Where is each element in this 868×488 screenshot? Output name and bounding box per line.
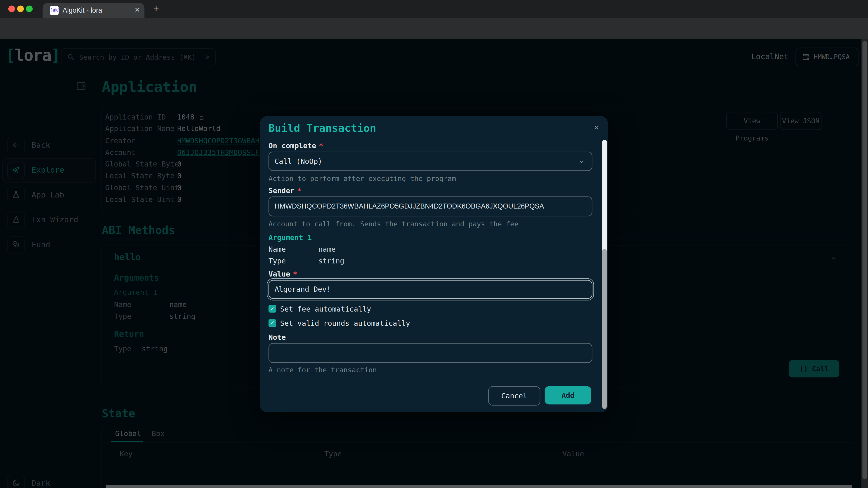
modal-scrollbar-thumb[interactable] (602, 249, 607, 409)
new-tab-button[interactable]: + (149, 2, 163, 15)
page-scrollbar-thumb[interactable] (863, 41, 867, 479)
sender-label: Sender* (269, 186, 302, 195)
checkbox-checked-icon: ✓ (269, 305, 276, 313)
modal-scrollbar[interactable] (602, 140, 607, 407)
window-zoom-button[interactable] (26, 5, 33, 12)
close-icon[interactable]: ✕ (594, 122, 599, 132)
argument-type-row: Typestring (269, 257, 344, 265)
on-complete-label: On complete* (269, 142, 323, 150)
note-input[interactable] (269, 343, 592, 363)
argument-heading: Argument 1 (269, 233, 312, 242)
site-favicon-icon: [ak] (50, 6, 59, 15)
window-minimize-button[interactable] (17, 5, 24, 12)
note-helper: A note for the transaction (269, 366, 377, 374)
browser-tab[interactable]: [ak] AlgoKit - lora ✕ (43, 3, 145, 18)
modal-title: Build Transaction (269, 122, 376, 134)
add-button[interactable]: Add (545, 386, 591, 404)
note-label: Note (269, 333, 286, 341)
sender-helper: Account to call from. Sends the transact… (269, 220, 519, 228)
page-scrollbar[interactable] (862, 39, 868, 488)
browser-tab-strip: [ak] AlgoKit - lora ✕ + (0, 0, 868, 18)
sender-input[interactable]: HMWDSHQCOPD2T36WBAHLAZ6PO5GDJJZBN4D2TODK… (269, 196, 592, 216)
build-transaction-modal: Build Transaction ✕ On complete* Call (N… (260, 116, 608, 412)
cancel-button[interactable]: Cancel (488, 386, 540, 405)
on-complete-select[interactable]: Call (NoOp) (269, 152, 592, 171)
chevron-down-icon (578, 158, 585, 165)
on-complete-helper: Action to perform after executing the pr… (269, 174, 456, 183)
argument-name-row: Namename (269, 245, 336, 254)
tab-close-icon[interactable]: ✕ (134, 6, 140, 14)
checkbox-checked-icon: ✓ (269, 319, 276, 327)
tab-title: AlgoKit - lora (63, 6, 102, 14)
value-label: Value* (269, 270, 297, 278)
browser-toolbar: lora.algokit.io/localnet/application/104… (0, 18, 868, 39)
value-input[interactable]: Algorand Dev! (269, 280, 592, 299)
screen: [ak] AlgoKit - lora ✕ + lora.algokit.io/… (0, 0, 868, 488)
window-close-button[interactable] (8, 5, 15, 12)
